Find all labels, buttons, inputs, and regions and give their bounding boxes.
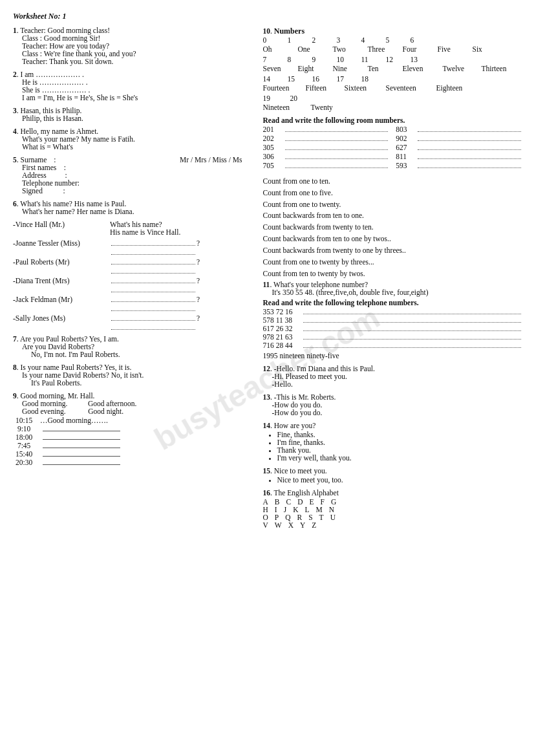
section-7-line-3: No, I'm not. I'm Paul Roberts. xyxy=(13,351,120,358)
room-num-803: 803 xyxy=(396,125,416,133)
letter-y: Y xyxy=(300,521,306,529)
page-layout: 1. Teacher: Good morning class! Class : … xyxy=(13,27,521,534)
tel-fill-617 xyxy=(303,325,522,331)
room-fill-705 xyxy=(285,162,389,168)
person-jack-fill2 xyxy=(111,310,195,311)
section-num-14: 14 xyxy=(263,422,271,429)
letter-u: U xyxy=(330,513,337,521)
room-num-902: 902 xyxy=(396,135,416,142)
room-num-593: 593 xyxy=(396,162,416,169)
section-2-line-4: I am = I'm, He is = He's, She is = She's xyxy=(13,94,138,102)
person-sally-fill1 xyxy=(111,320,195,321)
tel-num-716: 716 28 44 xyxy=(263,341,302,349)
alpha-row-3: O P Q R S T U xyxy=(263,513,522,521)
section-num-2: 2 xyxy=(13,70,17,78)
person-paul-fill2 xyxy=(111,273,195,274)
count-4: Count backwards from ten to one. xyxy=(263,210,522,222)
tel-num-617: 617 26 32 xyxy=(263,325,302,332)
word-eight: Eight xyxy=(298,65,326,72)
person-jack-name: -Jack Feldman (Mr) xyxy=(13,296,110,303)
count-1: Count from one to ten. xyxy=(263,176,522,188)
tel-num-578: 578 11 38 xyxy=(263,316,302,324)
room-num-305: 305 xyxy=(263,144,284,151)
word-sixteen: Sixteen xyxy=(345,84,379,92)
letter-w: W xyxy=(275,521,283,529)
letter-c: C xyxy=(286,498,292,506)
tel-978: 978 21 63 xyxy=(263,333,522,341)
section-14: 14. How are you? Fine, thanks. I'm fine,… xyxy=(263,422,522,462)
section-num-9: 9 xyxy=(13,392,17,400)
section-1-line-5: Teacher: Thank you. Sit down. xyxy=(13,58,113,65)
alpha-row-4: V W X Y Z xyxy=(263,521,522,529)
word-ten: Ten xyxy=(368,65,396,72)
room-fill-201 xyxy=(285,125,389,132)
word-thirteen: Thirteen xyxy=(482,65,507,72)
time-row-2: 9:10 xyxy=(16,425,249,433)
room-627: 627 xyxy=(396,144,521,151)
room-col-left: 201 202 305 306 xyxy=(263,125,389,171)
count-2: Count from one to five. xyxy=(263,188,522,199)
section-num-7: 7 xyxy=(13,335,17,343)
room-fill-593 xyxy=(418,162,521,168)
section-4-line-3: What is = What's xyxy=(13,143,73,151)
n0: 0 xyxy=(263,36,281,44)
word-seven: Seven xyxy=(263,65,292,72)
section-16: 16. The English Alphabet A B C D E F G H… xyxy=(263,489,522,529)
room-fill-902 xyxy=(418,135,521,141)
person-vince-a: His name is Vince Hall. xyxy=(110,228,180,236)
word-seventeen: Seventeen xyxy=(386,84,430,92)
time-row-3: 18:00 xyxy=(16,433,249,441)
room-811: 811 xyxy=(396,153,521,160)
section-10: 10. Numbers 0 1 2 3 4 5 6 Oh One Two Thr… xyxy=(263,27,522,111)
letter-m: M xyxy=(315,506,323,513)
person-joanne-fill2 xyxy=(111,254,195,255)
section-9-line-1: Good morning, Mr. Hall. xyxy=(21,392,95,400)
letter-r: R xyxy=(297,513,304,521)
section-10-title: Numbers xyxy=(274,27,304,36)
letter-v: V xyxy=(263,521,270,529)
word-three: Three xyxy=(368,45,396,53)
count-tasks: Count from one to ten. Count from one to… xyxy=(263,176,522,279)
person-sally-fill2 xyxy=(111,329,195,330)
section-13-line-1: -This is Mr. Roberts. xyxy=(274,393,336,401)
section-5-firstname: First names : xyxy=(13,164,66,171)
section-1: 1. Teacher: Good morning class! Class : … xyxy=(13,27,249,65)
letter-o: O xyxy=(263,513,270,521)
n17: 17 xyxy=(337,75,355,83)
person-diana-name: -Diana Trent (Mrs) xyxy=(13,277,110,285)
numbers-row-7-13-digits: 7 8 9 10 11 12 13 xyxy=(263,56,522,63)
section-16-title: The English Alphabet xyxy=(274,489,339,497)
section-15-bullets: Nice to meet you, too. xyxy=(263,476,522,484)
room-fill-306 xyxy=(285,153,389,159)
section-8-line-3: It's Paul Roberts. xyxy=(13,379,81,387)
letter-k: K xyxy=(293,506,299,513)
section-num-5: 5 xyxy=(13,156,17,164)
word-four: Four xyxy=(403,45,431,53)
word-two: Two xyxy=(333,45,361,53)
person-joanne-name: -Joanne Tessler (Miss) xyxy=(13,239,110,247)
letter-e: E xyxy=(309,498,315,506)
section-12-line-2: -Hi. Pleased to meet you. xyxy=(263,373,347,380)
numbers-row-19-20-digits: 19 20 xyxy=(263,94,522,102)
count-8: Count from one to twenty by threes... xyxy=(263,257,522,268)
n15: 15 xyxy=(288,75,306,83)
section-num-16: 16 xyxy=(263,489,271,497)
section-3-line-1: Hasan, this is Philip. xyxy=(21,107,82,114)
n3: 3 xyxy=(337,36,355,44)
section-13-line-3: -How do you do. xyxy=(263,409,323,416)
tel-num-353: 353 72 16 xyxy=(263,308,302,316)
person-jack-fill1 xyxy=(111,301,195,302)
room-902: 902 xyxy=(396,135,521,142)
n14: 14 xyxy=(263,75,281,83)
section-5-tel: Telephone number: xyxy=(13,179,80,187)
section-8-line-2: Is your name David Roberts? No, it isn't… xyxy=(13,371,144,379)
letter-d: D xyxy=(297,498,304,506)
n7: 7 xyxy=(263,56,281,63)
letter-j: J xyxy=(284,506,288,513)
person-jack: -Jack Feldman (Mr) ? xyxy=(13,296,249,311)
section-15: 15. Nice to meet you. Nice to meet you, … xyxy=(263,467,522,484)
person-diana-fill1 xyxy=(111,283,195,283)
room-305: 305 xyxy=(263,144,389,151)
time-910: 9:10 xyxy=(16,425,40,433)
letter-q: Q xyxy=(285,513,292,521)
